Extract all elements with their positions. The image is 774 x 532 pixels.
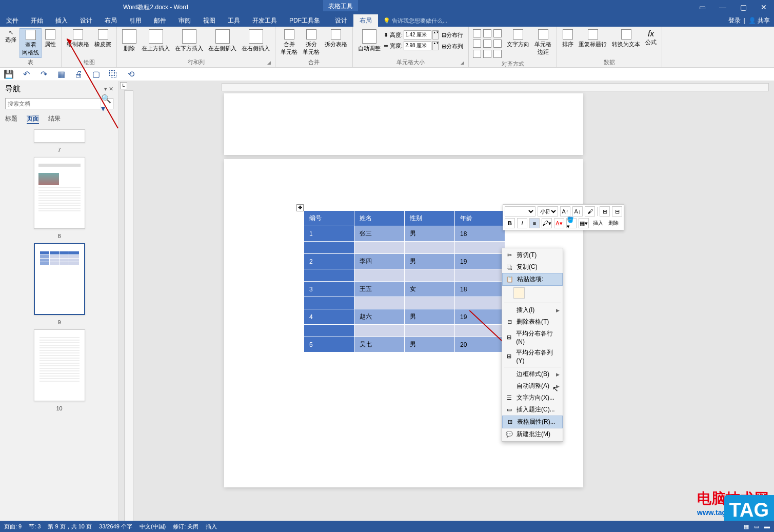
minimize-icon[interactable]: — [712, 0, 733, 14]
menu-design[interactable]: 设计 [74, 14, 98, 27]
dialog-launcher-icon[interactable]: ◢ [266, 60, 272, 66]
menu-review[interactable]: 审阅 [172, 14, 197, 27]
table-move-handle[interactable]: ✥ [296, 204, 304, 211]
bold-icon[interactable]: B [505, 218, 515, 228]
ctx-paste-options[interactable]: 📋粘贴选项: [502, 273, 563, 286]
font-family-select[interactable] [505, 206, 535, 216]
draw-table-button[interactable]: 绘制表格 [65, 28, 91, 49]
align-tc-icon[interactable] [483, 29, 491, 37]
save-icon[interactable]: 💾 [4, 70, 13, 79]
tell-me-prompt[interactable]: 💡 告诉我您想要做什么... [383, 17, 447, 25]
status-section[interactable]: 节: 3 [29, 523, 41, 530]
table-header[interactable]: 姓名 [354, 211, 405, 226]
tab-results[interactable]: 结果 [48, 114, 61, 124]
insert-left-button[interactable]: 在左侧插入 [206, 28, 239, 53]
maximize-icon[interactable]: ▢ [733, 0, 753, 14]
align-bc-icon[interactable] [483, 50, 491, 58]
menu-table-design[interactable]: 设计 [329, 14, 353, 27]
align-tl-icon[interactable] [473, 29, 481, 37]
close-icon[interactable]: ✕ [753, 0, 774, 14]
distribute-cols-button[interactable]: ⊞ 分布列 [440, 42, 465, 51]
view-print-icon[interactable]: ▦ [744, 523, 749, 530]
split-table-button[interactable]: 拆分表格 [323, 28, 349, 49]
font-color-icon[interactable]: A▾ [554, 218, 564, 228]
ctx-text-direction[interactable]: ☰文字方向(X)... [502, 392, 563, 404]
status-page[interactable]: 页面: 9 [4, 523, 22, 530]
align-mr-icon[interactable] [493, 40, 502, 48]
qat-icon[interactable]: ⟲ [126, 70, 135, 79]
split-cells-button[interactable]: 拆分 单元格 [301, 28, 322, 57]
menu-pdftools[interactable]: PDF工具集 [283, 14, 326, 27]
ctx-distribute-rows[interactable]: ⊟平均分布各行(N) [502, 328, 563, 347]
align-bl-icon[interactable] [473, 50, 481, 58]
dialog-launcher-icon[interactable]: ◢ [459, 60, 465, 66]
undo-icon[interactable]: ↶ [22, 70, 31, 79]
align-ml-icon[interactable] [473, 40, 481, 48]
status-words[interactable]: 33/2649 个字 [99, 523, 132, 530]
view-gridlines-button[interactable]: 查看 网格线 [19, 28, 42, 58]
search-input[interactable] [6, 98, 101, 109]
align-icon[interactable]: ≡ [529, 218, 540, 228]
ribbon-display-icon[interactable]: ▭ [692, 0, 712, 14]
ctx-insert-caption[interactable]: ▭插入题注(C)... [502, 404, 563, 416]
menu-mailings[interactable]: 邮件 [148, 14, 172, 27]
border-icon[interactable]: ▦▾ [579, 218, 589, 228]
table-header[interactable]: 性别 [405, 211, 455, 226]
view-web-icon[interactable]: ▬ [764, 523, 770, 529]
table-header[interactable]: 编号 [304, 211, 354, 226]
width-input[interactable] [404, 41, 431, 50]
thumb-page-8[interactable] [34, 157, 85, 229]
ctx-distribute-cols[interactable]: ⊞平均分布各列(Y) [502, 347, 563, 366]
qat-icon[interactable]: ▦ [56, 70, 66, 79]
sort-button[interactable]: 排序 [560, 28, 575, 49]
paste-option-icon[interactable] [513, 287, 525, 299]
status-track[interactable]: 修订: 关闭 [173, 523, 199, 530]
autofit-button[interactable]: 自动调整 [356, 28, 383, 53]
ctx-insert[interactable]: 插入(I)▶ [502, 304, 563, 316]
height-input[interactable] [404, 30, 431, 40]
grow-font-icon[interactable]: A↑ [560, 206, 570, 216]
ctx-cut[interactable]: ✂剪切(T) [502, 249, 563, 261]
search-box[interactable]: 🔍▾ [5, 98, 113, 109]
ctx-table-properties[interactable]: ⊞表格属性(R)... [502, 416, 563, 428]
format-painter-icon[interactable]: 🖌 [585, 206, 595, 216]
qat-icon[interactable]: 🖨 [74, 70, 83, 79]
ctx-copy[interactable]: ⿻复制(C) [502, 261, 563, 273]
shading-icon[interactable]: 🪣▾ [566, 218, 577, 228]
menu-layout[interactable]: 布局 [98, 14, 123, 27]
menu-file[interactable]: 文件 [0, 14, 25, 27]
text-direction-button[interactable]: 文字方向 [505, 28, 531, 49]
convert-text-button[interactable]: 转换为文本 [610, 28, 642, 49]
thumb-page-10[interactable] [34, 329, 85, 401]
properties-button[interactable]: 属性 [43, 28, 58, 49]
ctx-border-style[interactable]: 边框样式(B)▶ [502, 368, 563, 380]
search-icon[interactable]: 🔍▾ [101, 98, 113, 109]
view-read-icon[interactable]: ▭ [754, 523, 759, 530]
cell-margins-button[interactable]: 单元格 边距 [532, 28, 553, 57]
insert-below-button[interactable]: 在下方插入 [173, 28, 205, 53]
menu-tools[interactable]: 工具 [222, 14, 246, 27]
align-mc-icon[interactable] [483, 40, 491, 48]
delete-button[interactable]: ⊟ [612, 206, 622, 216]
qat-icon[interactable]: ⿻ [109, 70, 118, 79]
highlight-icon[interactable]: 🖍▾ [542, 218, 552, 228]
ruler-corner[interactable]: L [120, 82, 127, 89]
vertical-ruler[interactable] [124, 90, 133, 522]
menu-references[interactable]: 引用 [123, 14, 148, 27]
login-link[interactable]: 登录 [728, 16, 741, 25]
delete-button[interactable]: 删除 [120, 28, 138, 53]
shrink-font-icon[interactable]: A↓ [572, 206, 583, 216]
italic-icon[interactable]: I [517, 218, 527, 228]
menu-developer[interactable]: 开发工具 [246, 14, 283, 27]
select-button[interactable]: ↖选择 [3, 28, 18, 45]
height-spinner[interactable]: ▲▼ [432, 30, 439, 40]
tab-pages[interactable]: 页面 [27, 114, 39, 124]
alignment-grid[interactable] [472, 28, 504, 60]
font-size-select[interactable]: 小四 [538, 206, 558, 216]
status-insmode[interactable]: 插入 [206, 523, 217, 530]
ctx-new-comment[interactable]: 💬新建批注(M) [502, 428, 563, 440]
table-header-row[interactable]: 编号 姓名 性别 年龄 [304, 211, 505, 226]
page-prev[interactable] [224, 93, 583, 155]
menu-home[interactable]: 开始 [25, 14, 49, 27]
insert-button[interactable]: ⊞ [600, 206, 610, 216]
